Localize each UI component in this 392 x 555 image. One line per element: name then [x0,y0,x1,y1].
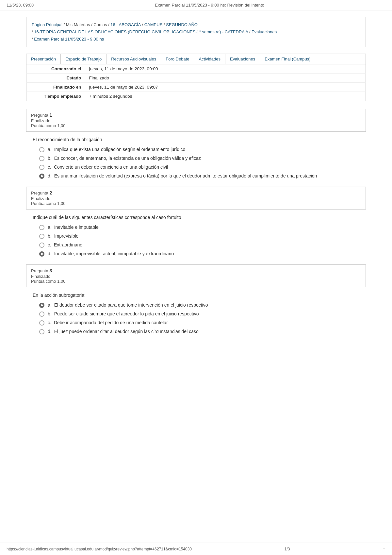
option-item-3-2[interactable]: c.Debe ir acompañada del pedido de una m… [39,320,366,326]
option-item-2-2[interactable]: c.Extraordinario [39,242,366,248]
question-label-3: Pregunta 3 [31,268,361,273]
tab-espacio[interactable]: Espacio de Trabajo [61,54,106,64]
radio-3-1[interactable] [39,311,44,317]
info-row: Finalizado enjueves, 11 de mayo de 2023,… [26,83,366,92]
info-row: EstadoFinalizado [26,74,366,83]
question-status-1: Finalizado [31,118,361,123]
question-label-1: Pregunta 1 [31,112,361,118]
option-letter-1-2: c. [48,164,51,170]
radio-1-3[interactable] [39,174,44,179]
info-key: Comenzado el [26,64,85,74]
tab-presentacion[interactable]: Presentación [26,54,61,64]
option-letter-3-3: d. [48,329,52,334]
breadcrumb-link-abogacia[interactable]: 16 - ABOGACÍA [110,22,141,27]
info-key: Tiempo empleado [26,92,85,101]
info-key: Finalizado en [26,83,85,92]
page-title: Examen Parcial 11/05/2023 - 9:00 hs: Rev… [155,3,264,8]
page-wrapper: Página Principal / Mis Materias / Cursos… [16,10,376,362]
question-options-1: a.Implica que exista una obligación segú… [39,147,366,179]
questions-container: Pregunta 1FinalizadoPuntúa como 1,00El r… [26,109,366,334]
option-letter-1-3: d. [48,173,52,178]
breadcrumb: Página Principal / Mis Materias / Cursos… [26,17,366,47]
question-points-2: Puntúa como 1,00 [31,201,361,206]
question-text-2: Indique cuál de las siguientes caracterí… [33,215,366,220]
option-item-2-1[interactable]: b.Imprevisible [39,233,366,239]
option-text-2-1: Imprevisible [54,233,79,239]
option-text-2-0: Inevitable e imputable [54,225,99,230]
option-text-3-1: Puede ser citado siempre que el acreedor… [54,311,199,316]
info-key: Estado [26,74,85,83]
option-item-3-3[interactable]: d.El juez puede ordenar citar al deudor … [39,329,366,334]
question-text-3: En la acción subrogatoria: [33,293,366,298]
radio-3-0[interactable] [39,303,44,308]
info-value: jueves, 11 de mayo de 2023, 09:00 [85,64,366,74]
option-item-1-2[interactable]: c.Convierte un deber de conciencia en un… [39,164,366,170]
question-points-3: Puntúa como 1,00 [31,279,361,284]
option-letter-1-0: a. [48,147,52,152]
option-letter-2-3: d. [48,251,52,256]
tab-actividades[interactable]: Actividades [194,54,225,64]
question-label-2: Pregunta 2 [31,190,361,195]
tab-recursos[interactable]: Recursos Audiovisuales [106,54,161,64]
radio-3-3[interactable] [39,329,44,334]
breadcrumb-link-segundo[interactable]: SEGUNDO AÑO [166,22,198,27]
breadcrumb-link-teoria[interactable]: 16-TEORÍA GENERAL DE LAS OBLIGACIONES (D… [34,29,248,34]
question-points-1: Puntúa como 1,00 [31,123,361,128]
tab-foro[interactable]: Foro Debate [161,54,194,64]
breadcrumb-link-home[interactable]: Página Principal [32,22,62,27]
option-item-1-1[interactable]: b.Es conocer, de antemano, la existencia… [39,156,366,161]
option-letter-3-1: b. [48,311,52,316]
tabs-container: Presentación Espacio de Trabajo Recursos… [26,54,366,64]
question-box-3: Pregunta 3FinalizadoPuntúa como 1,00 [26,264,366,287]
question-status-3: Finalizado [31,274,361,279]
option-item-2-3[interactable]: d.Inevitable, imprevisible, actual, inim… [39,251,366,257]
info-value: jueves, 11 de mayo de 2023, 09:07 [85,83,366,92]
info-row: Tiempo empleado7 minutos 2 segundos [26,92,366,101]
question-options-2: a.Inevitable e imputableb.Imprevisiblec.… [39,225,366,257]
question-box-1: Pregunta 1FinalizadoPuntúa como 1,00 [26,109,366,132]
radio-3-2[interactable] [39,320,44,326]
option-letter-2-0: a. [48,225,52,230]
option-item-1-0[interactable]: a.Implica que exista una obligación segú… [39,147,366,152]
option-item-2-0[interactable]: a.Inevitable e imputable [39,225,366,230]
datetime: 11/5/23, 09:08 [7,3,34,8]
breadcrumb-link-examen[interactable]: Examen Parcial 11/05/2023 - 9:00 hs [34,37,104,42]
tab-evaluaciones[interactable]: Evaluaciones [225,54,260,64]
radio-2-2[interactable] [39,243,44,248]
question-text-1: El reconocimiento de la obligación [33,137,366,142]
breadcrumb-link-campus[interactable]: CAMPUS [144,22,163,27]
option-text-2-3: Inevitable, imprevisible, actual, inimpu… [54,251,174,256]
info-value: 7 minutos 2 segundos [85,92,366,101]
option-text-1-2: Convierte un deber de conciencia en una … [54,164,168,170]
option-text-1-1: Es conocer, de antemano, la existencia d… [54,156,201,161]
radio-2-3[interactable] [39,251,44,257]
option-text-1-3: Es una manifestación de voluntad (expres… [54,173,317,178]
radio-1-2[interactable] [39,165,44,170]
option-text-1-0: Implica que exista una obligación según … [54,147,186,152]
radio-2-1[interactable] [39,234,44,239]
question-status-2: Finalizado [31,196,361,201]
option-text-3-0: El deudor debe ser citado para que tome … [54,302,208,308]
info-value: Finalizado [85,74,366,83]
option-letter-2-1: b. [48,233,52,239]
option-text-3-3: El juez puede ordenar citar al deudor se… [54,329,199,334]
question-options-3: a.El deudor debe ser citado para que tom… [39,302,366,334]
option-letter-1-1: b. [48,156,52,161]
tab-examen-final[interactable]: Examen Final (Campus) [260,54,315,64]
radio-1-0[interactable] [39,147,44,152]
top-bar: 11/5/23, 09:08 Examen Parcial 11/05/2023… [0,0,392,10]
option-item-3-0[interactable]: a.El deudor debe ser citado para que tom… [39,302,366,308]
option-item-1-3[interactable]: d.Es una manifestación de voluntad (expr… [39,173,366,179]
breadcrumb-link-evaluaciones[interactable]: Evaluaciones [252,29,277,34]
option-letter-2-2: c. [48,242,51,247]
option-letter-3-0: a. [48,302,52,308]
radio-2-0[interactable] [39,225,44,230]
option-letter-3-2: c. [48,320,51,325]
option-text-2-2: Extraordinario [54,242,82,247]
question-box-2: Pregunta 2FinalizadoPuntúa como 1,00 [26,187,366,210]
radio-1-1[interactable] [39,156,44,161]
info-row: Comenzado eljueves, 11 de mayo de 2023, … [26,64,366,74]
option-item-3-1[interactable]: b.Puede ser citado siempre que el acreed… [39,311,366,317]
info-table: Comenzado eljueves, 11 de mayo de 2023, … [26,64,366,101]
option-text-3-2: Debe ir acompañada del pedido de una med… [54,320,168,325]
